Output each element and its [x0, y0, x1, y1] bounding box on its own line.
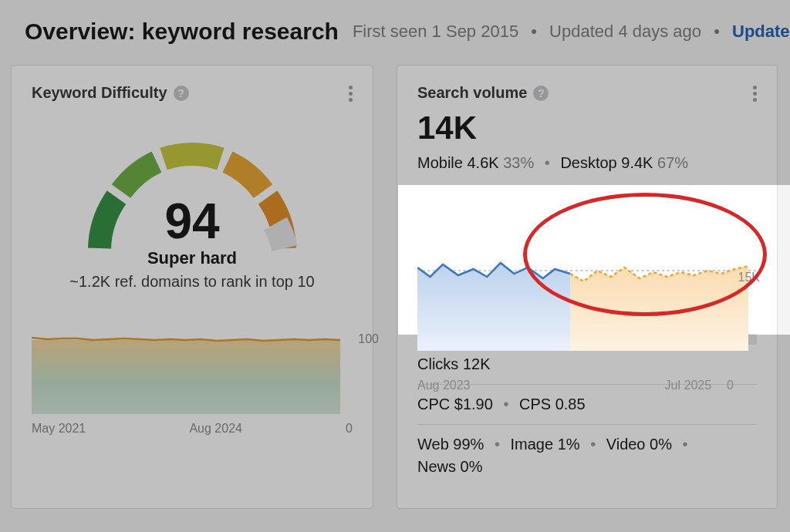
web-pct: 99%	[453, 436, 484, 453]
sv-kebab-menu[interactable]	[750, 82, 760, 105]
search-volume-card: Search volume ? 14K Mobile 4.6K 33% • De…	[397, 65, 778, 509]
video-pct: 0%	[650, 436, 672, 453]
first-seen-label: First seen	[353, 22, 427, 41]
help-icon[interactable]: ?	[533, 86, 549, 101]
sv-desktop-pct: 67%	[657, 154, 688, 171]
sv-total: 14K	[417, 109, 757, 146]
updated-label: Updated	[549, 22, 613, 41]
kd-trend-chart: 100 May 2021 Aug 2024 0	[32, 329, 353, 436]
keyword-difficulty-card: Keyword Difficulty ? 94 Super hard ~1.2K	[11, 65, 373, 509]
topbar: Overview: keyword research First seen 1 …	[0, 0, 790, 59]
kd-kebab-menu[interactable]	[346, 82, 356, 105]
cpc-label: CPC	[417, 396, 450, 412]
cpc-value: $1.90	[454, 396, 493, 412]
sv-breakdown: Mobile 4.6K 33% • Desktop 9.4K 67%	[417, 154, 757, 172]
sv-desktop-label: Desktop	[560, 154, 616, 171]
sv-chart-xend: Jul 2025	[665, 379, 712, 392]
page-title: Overview: keyword research	[25, 19, 339, 45]
sv-desktop-value: 9.4K	[621, 154, 653, 171]
sv-mobile-value: 4.6K	[467, 154, 498, 171]
sv-chart-ymax: 15K	[738, 271, 760, 285]
news-label: News	[417, 458, 456, 475]
kd-card-title: Keyword Difficulty	[32, 84, 167, 102]
kd-chart-ymax: 100	[358, 332, 379, 346]
image-label: Image	[511, 436, 554, 453]
svg-rect-0	[32, 340, 340, 414]
kd-chart-ymin: 0	[346, 422, 353, 436]
sv-trend-chart: 15K Aug 2023 Jul 2025 0	[397, 251, 777, 392]
page-meta: First seen 1 Sep 2015 • Updated 4 days a…	[353, 22, 790, 42]
sv-card-title: Search volume	[417, 84, 527, 102]
video-label: Video	[606, 436, 646, 453]
web-label: Web	[417, 436, 449, 453]
sv-chart-ymin: 0	[727, 379, 734, 392]
sv-mobile-pct: 33%	[503, 154, 534, 171]
image-pct: 1%	[558, 436, 580, 453]
sv-chart-xstart: Aug 2023	[417, 379, 471, 392]
cps-label: CPS	[519, 396, 551, 412]
sv-mobile-label: Mobile	[417, 154, 463, 171]
help-icon[interactable]: ?	[174, 86, 189, 101]
first-seen-value: 1 Sep 2015	[432, 22, 519, 41]
cps-value: 0.85	[555, 396, 586, 412]
kd-chart-xstart: May 2021	[32, 422, 86, 436]
kd-gauge: 94 Super hard ~1.2K ref. domains to rank…	[32, 133, 353, 291]
update-button[interactable]: Update	[732, 22, 790, 41]
updated-value: 4 days ago	[618, 22, 701, 41]
kd-subtext: ~1.2K ref. domains to rank in top 10	[32, 273, 353, 291]
kd-chart-xend: Aug 2024	[189, 422, 242, 436]
news-pct: 0%	[461, 458, 483, 475]
